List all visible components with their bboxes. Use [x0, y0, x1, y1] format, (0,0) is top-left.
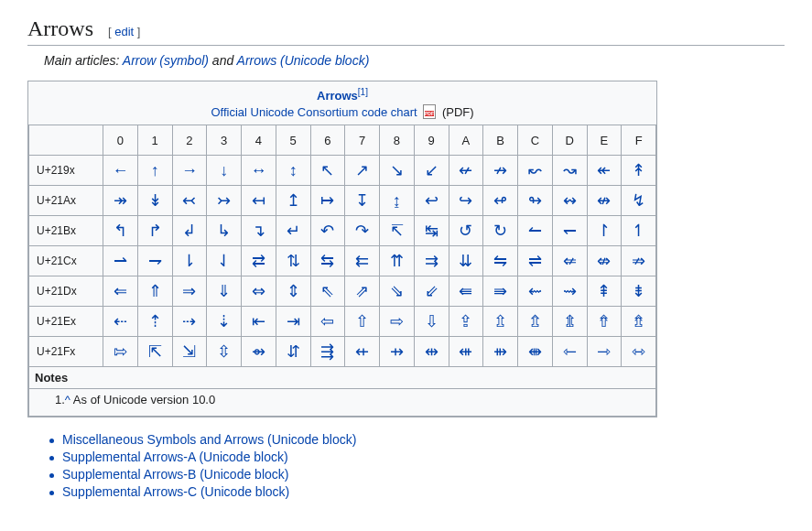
glyph-cell[interactable]: ⇮ — [587, 307, 622, 337]
see-also-link[interactable]: Supplemental Arrows-B (Unicode block) — [62, 467, 288, 482]
glyph-cell[interactable]: ↣ — [207, 186, 242, 216]
glyph-cell[interactable]: ⇜ — [518, 276, 553, 307]
glyph-cell[interactable]: ⇠ — [103, 307, 138, 337]
glyph-cell[interactable]: ⇤ — [242, 307, 276, 337]
glyph-cell[interactable]: ⇕ — [276, 276, 310, 307]
glyph-cell[interactable]: ↟ — [622, 156, 656, 186]
glyph-cell[interactable]: ⇵ — [276, 337, 310, 367]
see-also-link[interactable]: Supplemental Arrows-C (Unicode block) — [62, 484, 289, 499]
glyph-cell[interactable]: ⇨ — [380, 307, 415, 337]
glyph-cell[interactable]: ⇭ — [552, 307, 587, 337]
glyph-cell[interactable]: ⇧ — [345, 307, 380, 337]
glyph-cell[interactable]: ↖ — [310, 156, 345, 186]
glyph-cell[interactable]: ⇷ — [345, 337, 380, 367]
glyph-cell[interactable]: ⇓ — [207, 276, 242, 307]
glyph-cell[interactable]: ↠ — [103, 186, 138, 216]
glyph-cell[interactable]: ↗ — [345, 156, 380, 186]
glyph-cell[interactable]: ⇡ — [137, 307, 172, 337]
glyph-cell[interactable]: ⇐ — [103, 276, 138, 307]
glyph-cell[interactable]: ↯ — [622, 186, 656, 216]
glyph-cell[interactable]: ⇻ — [483, 337, 518, 367]
glyph-cell[interactable]: ⇎ — [587, 246, 622, 276]
glyph-cell[interactable]: ↭ — [552, 186, 587, 216]
glyph-cell[interactable]: ⇳ — [207, 337, 242, 367]
glyph-cell[interactable]: ↥ — [276, 186, 310, 216]
glyph-cell[interactable]: ↓ — [207, 156, 242, 186]
glyph-cell[interactable]: ⇱ — [137, 337, 172, 367]
chart-title-link[interactable]: Arrows — [317, 89, 358, 103]
glyph-cell[interactable]: ↬ — [518, 186, 553, 216]
glyph-cell[interactable]: ↸ — [380, 216, 415, 246]
glyph-cell[interactable]: ⇈ — [380, 246, 415, 276]
glyph-cell[interactable]: ⇪ — [449, 307, 483, 337]
glyph-cell[interactable]: ↺ — [449, 216, 483, 246]
glyph-cell[interactable]: ⇰ — [103, 337, 138, 367]
glyph-cell[interactable]: ⇽ — [552, 337, 587, 367]
glyph-cell[interactable]: ↦ — [310, 186, 345, 216]
glyph-cell[interactable]: ⇍ — [552, 246, 587, 276]
see-also-link[interactable]: Supplemental Arrows-A (Unicode block) — [62, 450, 288, 464]
glyph-cell[interactable]: ⇆ — [310, 246, 345, 276]
glyph-cell[interactable]: ⇩ — [414, 307, 449, 337]
glyph-cell[interactable]: ⇞ — [587, 276, 622, 307]
glyph-cell[interactable]: ⇃ — [207, 246, 242, 276]
glyph-cell[interactable]: ⇲ — [172, 337, 207, 367]
glyph-cell[interactable]: ⇒ — [172, 276, 207, 307]
glyph-cell[interactable]: ⇶ — [310, 337, 345, 367]
glyph-cell[interactable]: ⇹ — [414, 337, 449, 367]
glyph-cell[interactable]: ⇢ — [172, 307, 207, 337]
glyph-cell[interactable]: ⇅ — [276, 246, 310, 276]
glyph-cell[interactable]: ↑ — [137, 156, 172, 186]
glyph-cell[interactable]: ⇌ — [518, 246, 553, 276]
glyph-cell[interactable]: ↲ — [172, 216, 207, 246]
glyph-cell[interactable]: ⇺ — [449, 337, 483, 367]
glyph-cell[interactable]: ⇿ — [622, 337, 656, 367]
see-also-link[interactable]: Miscellaneous Symbols and Arrows (Unicod… — [62, 432, 356, 447]
glyph-cell[interactable]: ↫ — [483, 186, 518, 216]
glyph-cell[interactable]: ↮ — [587, 186, 622, 216]
glyph-cell[interactable]: ↰ — [103, 216, 138, 246]
glyph-cell[interactable]: ↚ — [449, 156, 483, 186]
glyph-cell[interactable]: ⇊ — [449, 246, 483, 276]
glyph-cell[interactable]: ↕ — [276, 156, 310, 186]
glyph-cell[interactable]: ⇴ — [242, 337, 276, 367]
glyph-cell[interactable]: ⇋ — [483, 246, 518, 276]
chart-footnote-ref[interactable]: [1] — [358, 87, 368, 97]
glyph-cell[interactable]: ⇥ — [276, 307, 310, 337]
glyph-cell[interactable]: ⇚ — [449, 276, 483, 307]
glyph-cell[interactable]: ⇀ — [103, 246, 138, 276]
glyph-cell[interactable]: ↝ — [552, 156, 587, 186]
glyph-cell[interactable]: ↛ — [483, 156, 518, 186]
glyph-cell[interactable]: ↡ — [137, 186, 172, 216]
glyph-cell[interactable]: ↜ — [518, 156, 553, 186]
glyph-cell[interactable]: ↨ — [380, 186, 415, 216]
glyph-cell[interactable]: ⇘ — [380, 276, 415, 307]
glyph-cell[interactable]: ⇸ — [380, 337, 415, 367]
official-chart-link[interactable]: Official Unicode Consortium code chart — [211, 105, 417, 119]
glyph-cell[interactable]: ↙ — [414, 156, 449, 186]
glyph-cell[interactable]: ⇬ — [518, 307, 553, 337]
glyph-cell[interactable]: ↳ — [207, 216, 242, 246]
glyph-cell[interactable]: ⇄ — [242, 246, 276, 276]
main-article-link-1[interactable]: Arrow (symbol) — [123, 53, 209, 68]
glyph-cell[interactable]: ↢ — [172, 186, 207, 216]
glyph-cell[interactable]: ↘ — [380, 156, 415, 186]
glyph-cell[interactable]: ⇂ — [172, 246, 207, 276]
glyph-cell[interactable]: ⇔ — [242, 276, 276, 307]
glyph-cell[interactable]: ⇑ — [137, 276, 172, 307]
glyph-cell[interactable]: ⇝ — [552, 276, 587, 307]
glyph-cell[interactable]: ⇇ — [345, 246, 380, 276]
glyph-cell[interactable]: ⇁ — [137, 246, 172, 276]
glyph-cell[interactable]: ↾ — [587, 216, 622, 246]
edit-link[interactable]: edit — [114, 25, 134, 38]
glyph-cell[interactable]: ↿ — [622, 216, 656, 246]
glyph-cell[interactable]: ↞ — [587, 156, 622, 186]
glyph-cell[interactable]: ↱ — [137, 216, 172, 246]
glyph-cell[interactable]: ↵ — [276, 216, 310, 246]
glyph-cell[interactable]: ← — [103, 156, 138, 186]
glyph-cell[interactable]: ⇣ — [207, 307, 242, 337]
glyph-cell[interactable]: ↻ — [483, 216, 518, 246]
glyph-cell[interactable]: ⇾ — [587, 337, 622, 367]
glyph-cell[interactable]: ↧ — [345, 186, 380, 216]
glyph-cell[interactable]: ↶ — [310, 216, 345, 246]
